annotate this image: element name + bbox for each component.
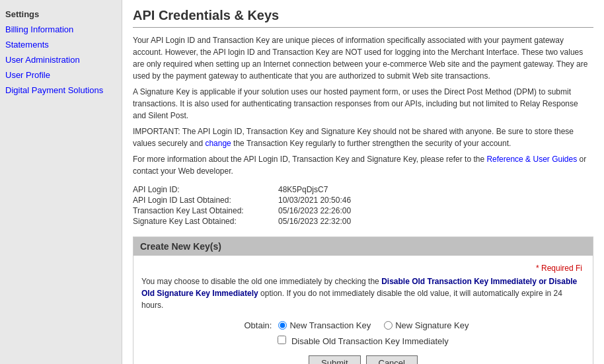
credentials-table: API Login ID: 48K5PqDjsC7 API Login ID L… [133,185,593,226]
disable-old-checkbox[interactable] [278,336,286,344]
keys-info-text: You may choose to disable the old one im… [141,275,585,311]
disable-old-label: Disable Old Transaction Key Immediately [291,336,449,346]
api-login-id-value: 48K5PqDjsC7 [278,185,328,194]
api-login-id-obtained-value: 10/03/2021 20:50:46 [278,196,351,205]
paragraph-1: Your API Login ID and Transaction Key ar… [133,34,593,82]
cancel-button[interactable]: Cancel [366,355,418,364]
sidebar-heading: Settings [0,5,122,22]
paragraph-2: A Signature Key is applicable if your so… [133,86,593,122]
api-login-id-row: API Login ID: 48K5PqDjsC7 [133,185,593,194]
transaction-key-row: Transaction Key Last Obtained: 05/16/202… [133,206,593,215]
disable-old-row: Disable Old Transaction Key Immediately [141,336,585,346]
api-login-id-label: API Login ID: [133,185,278,194]
required-note: * Required Fi [141,261,585,275]
new-transaction-key-label: New Transaction Key [289,320,371,330]
create-keys-body: * Required Fi You may choose to disable … [133,256,593,364]
disable-old-label-wrap[interactable]: Disable Old Transaction Key Immediately [278,336,448,346]
required-asterisk: * Required Fi [536,264,582,273]
api-login-id-obtained-row: API Login ID Last Obtained: 10/03/2021 2… [133,196,593,205]
sidebar-item-statements[interactable]: Statements [0,37,122,52]
new-transaction-key-radio[interactable] [278,321,287,330]
sidebar-item-user-profile[interactable]: User Profile [0,67,122,83]
signature-key-label: Signature Key Last Obtained: [133,217,278,226]
page-title: API Credentials & Keys [133,8,593,23]
new-signature-key-option[interactable]: New Signature Key [384,320,469,330]
main-content: API Credentials & Keys Your API Login ID… [122,0,604,364]
create-keys-section: Create New Key(s) * Required Fi You may … [133,237,593,364]
signature-key-value: 05/16/2023 22:32:00 [278,217,351,226]
obtain-row: Obtain: New Transaction Key New Signatur… [141,320,585,330]
paragraph-3: IMPORTANT: The API Login ID, Transaction… [133,126,593,149]
new-signature-key-radio[interactable] [384,321,393,330]
transaction-key-label: Transaction Key Last Obtained: [133,206,278,215]
transaction-key-mention: Transaction Key [213,36,270,45]
sidebar-item-digital-payment-solutions[interactable]: Digital Payment Solutions [0,83,122,98]
signature-key-row: Signature Key Last Obtained: 05/16/2023 … [133,217,593,226]
api-login-id-obtained-label: API Login ID Last Obtained: [133,196,278,205]
new-signature-key-label: New Signature Key [395,320,469,330]
disable-highlight: Disable Old Transaction Key Immediately … [141,277,577,298]
sidebar-item-user-administration[interactable]: User Administration [0,52,122,67]
transaction-key-value: 05/16/2023 22:26:00 [278,206,351,215]
divider [133,27,593,28]
reference-guides-link[interactable]: Reference & User Guides [486,155,577,164]
button-row: Submit Cancel [141,355,585,364]
sidebar-item-billing-information[interactable]: Billing Information [0,22,122,37]
change-transaction-key-link[interactable]: change [205,139,231,148]
obtain-label: Obtain: [244,320,272,330]
paragraph-4: For more information about the API Login… [133,153,593,177]
create-keys-heading: Create New Key(s) [133,237,593,256]
new-transaction-key-option[interactable]: New Transaction Key [278,320,371,330]
submit-button[interactable]: Submit [309,355,360,364]
sidebar: Settings Billing Information Statements … [0,0,122,364]
